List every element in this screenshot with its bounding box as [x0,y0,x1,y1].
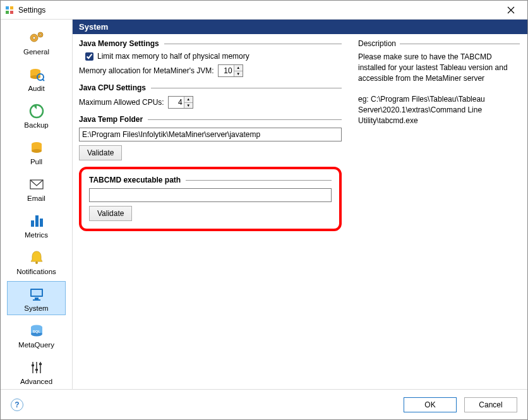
group-memory: Java Memory Settings Limit max memory to… [79,39,342,77]
sidebar-item-advanced[interactable]: Advanced [7,354,66,388]
window-title: Settings [18,6,45,15]
cancel-button[interactable]: Cancel [464,397,517,412]
sidebar-item-notifications[interactable]: Notifications [7,244,66,279]
monitor-icon [26,285,47,303]
description-para1: Please make sure to have the TABCMD inst… [358,52,520,83]
svg-line-12 [42,79,44,81]
sidebar-item-metrics[interactable]: Metrics [7,208,66,242]
svg-point-7 [39,34,41,36]
group-title: Java Memory Settings [79,39,159,48]
help-icon: ? [15,400,19,409]
validate-temp-button[interactable]: Validate [79,145,122,160]
spin-down-icon[interactable]: ▼ [234,71,243,77]
bar-chart-icon [26,212,47,230]
cpu-stepper[interactable]: ▲▼ [168,96,193,109]
svg-rect-0 [6,6,9,9]
bell-icon [26,249,47,267]
sliders-icon [26,359,47,376]
panel-header: System [73,20,527,34]
svg-point-21 [35,261,38,264]
svg-rect-35 [39,363,42,365]
sidebar-item-backup[interactable]: Backup [7,98,66,132]
svg-rect-1 [10,6,13,9]
limit-memory-label: Limit max memory to half of physical mem… [97,52,249,61]
svg-rect-20 [40,219,43,227]
spin-up-icon[interactable]: ▲ [234,65,243,71]
window-body: General Audit Backup Pull [1,20,527,389]
limit-memory-checkbox[interactable] [85,52,93,61]
settings-window: Settings General Audit [0,0,528,420]
sidebar-item-metaquery[interactable]: SQL MetaQuery [7,318,66,352]
sql-icon: SQL [26,322,47,340]
group-title: Java Temp Folder [79,115,143,124]
envelope-icon [26,176,47,193]
sidebar-item-label: Backup [24,121,48,129]
description-panel: Description Please make sure to have the… [351,34,527,389]
description-para2: eg: C:\Program Files\Tableau\Tableau Ser… [358,94,520,126]
svg-point-5 [33,37,35,39]
spin-down-icon[interactable]: ▼ [184,103,193,109]
sidebar-item-label: Email [27,195,45,202]
app-icon [4,5,15,15]
alloc-label: Memory allocation for MetaMiner's JVM: [79,66,214,75]
sidebar-item-label: Notifications [16,268,56,275]
sidebar-item-label: Pull [30,158,42,165]
close-button[interactable] [498,1,524,19]
sidebar-item-label: General [23,48,49,56]
alloc-stepper[interactable]: ▲▼ [218,64,243,77]
alloc-value[interactable] [219,66,234,76]
spin-up-icon[interactable]: ▲ [184,97,193,103]
spinner[interactable]: ▲▼ [234,65,243,76]
description-title: Description [358,39,396,48]
dialog-footer: ? OK Cancel [1,389,527,419]
main-panel: System Java Memory Settings Limit max me… [73,20,527,389]
sidebar-item-label: System [24,304,48,312]
group-temp: Java Temp Folder Validate [79,115,342,160]
group-title: Java CPU Settings [79,83,146,92]
group-title: TABCMD executable path [89,176,181,184]
backup-icon [26,102,47,120]
titlebar: Settings [1,1,527,20]
temp-path-input[interactable] [79,128,342,141]
sidebar-item-label: Metrics [25,231,48,239]
divider [148,119,342,120]
sidebar-item-label: Audit [28,85,44,92]
sidebar-item-general[interactable]: General [7,25,66,59]
svg-rect-18 [31,220,34,227]
sidebar-item-label: MetaQuery [18,341,54,349]
group-tabcmd: TABCMD executable path Validate [89,176,332,221]
tabcmd-highlight: TABCMD executable path Validate [79,167,342,231]
divider [186,180,332,181]
ok-button[interactable]: OK [404,397,457,412]
svg-rect-23 [32,290,42,296]
close-icon [507,6,515,14]
description-text: Please make sure to have the TABCMD inst… [358,52,520,126]
sidebar-item-pull[interactable]: Pull [7,135,66,169]
svg-rect-2 [6,11,9,14]
svg-text:SQL: SQL [32,330,40,333]
divider [164,44,342,44]
validate-tabcmd-button[interactable]: Validate [89,206,132,221]
gears-icon [26,29,47,47]
sidebar: General Audit Backup Pull [1,20,73,389]
svg-rect-3 [10,11,13,14]
cpu-value[interactable] [169,97,184,107]
sidebar-item-label: Advanced [20,378,52,385]
form-area: Java Memory Settings Limit max memory to… [73,34,351,389]
sidebar-item-email[interactable]: Email [7,171,66,205]
sidebar-item-system[interactable]: System [7,281,66,315]
svg-rect-19 [35,215,39,227]
svg-rect-24 [35,297,39,299]
svg-point-16 [32,149,42,153]
sidebar-item-audit[interactable]: Audit [7,61,66,95]
database-icon [26,139,47,157]
help-button[interactable]: ? [11,399,23,411]
svg-point-10 [30,75,40,79]
svg-rect-34 [35,369,38,371]
audit-icon [26,66,47,83]
svg-rect-33 [32,364,34,366]
divider [151,88,342,88]
tabcmd-path-input[interactable] [89,188,332,202]
spinner[interactable]: ▲▼ [184,97,193,108]
divider [400,44,520,44]
